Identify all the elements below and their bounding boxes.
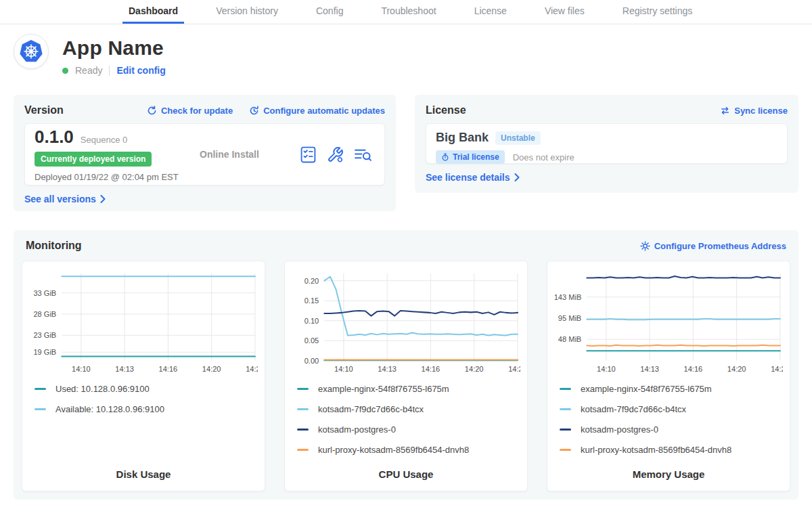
svg-text:14:10: 14:10 [597, 365, 616, 373]
legend-label: kotsadm-7f9dc7d66c-b4tcx [318, 404, 424, 414]
deploy-logs-icon[interactable] [354, 147, 372, 162]
stopwatch-icon [441, 153, 449, 161]
legend-item: kotsadm-7f9dc7d66c-b4tcx [560, 404, 783, 414]
svg-text:14:13: 14:13 [378, 365, 397, 373]
tab-version-history[interactable]: Version history [210, 0, 284, 24]
memory-usage-legend: example-nginx-54f8f76755-l675mkotsadm-7f… [554, 384, 783, 465]
legend-label: Used: 10.128.0.96:9100 [55, 384, 150, 394]
memory-usage-card: 48 MiB95 MiB143 MiB14:1014:1314:1614:201… [547, 261, 790, 491]
chart-title: Disk Usage [29, 468, 258, 481]
status-text: Ready [75, 65, 102, 76]
legend-swatch [297, 388, 309, 390]
svg-text:14:20: 14:20 [727, 365, 746, 373]
svg-text:143 MiB: 143 MiB [554, 293, 581, 301]
edit-config-wrench-icon[interactable] [327, 146, 344, 163]
tab-dashboard[interactable]: Dashboard [122, 0, 184, 24]
svg-text:14:13: 14:13 [640, 365, 659, 373]
svg-text:14:23: 14:23 [508, 365, 520, 373]
nav-tabs: DashboardVersion historyConfigTroublesho… [0, 0, 698, 24]
svg-text:0.05: 0.05 [304, 336, 319, 345]
tab-license[interactable]: License [468, 0, 513, 24]
svg-text:14:16: 14:16 [422, 365, 441, 373]
svg-text:48 MiB: 48 MiB [558, 335, 581, 343]
chevron-right-icon [100, 195, 106, 203]
legend-item: kotsadm-postgres-0 [560, 424, 783, 435]
svg-text:14:20: 14:20 [465, 365, 484, 373]
preflight-checks-icon[interactable] [300, 146, 317, 163]
legend-swatch [560, 408, 571, 410]
see-all-versions-link[interactable]: See all versions [24, 194, 106, 204]
app-logo [14, 34, 49, 69]
legend-label: kotsadm-7f9dc7d66c-b4tcx [581, 404, 686, 414]
deployed-timestamp: Deployed 01/19/22 @ 02:04 pm EST [35, 172, 187, 182]
license-panel-title: License [426, 104, 466, 116]
svg-text:14:10: 14:10 [72, 365, 91, 373]
legend-item: Available: 10.128.0.96:9100 [35, 404, 258, 414]
legend-swatch [560, 449, 571, 451]
monitoring-panel: Monitoring Configure Prometheus Address … [14, 230, 798, 500]
gear-icon [640, 241, 650, 251]
license-name: Big Bank [436, 131, 489, 145]
svg-text:14:16: 14:16 [159, 365, 178, 373]
channel-badge: Unstable [495, 131, 541, 145]
svg-text:33 GiB: 33 GiB [33, 289, 56, 297]
check-for-update-button[interactable]: Check for update [147, 106, 233, 116]
legend-item: example-nginx-54f8f76755-l675m [560, 384, 783, 394]
divider [109, 66, 110, 76]
legend-label: kurl-proxy-kotsadm-8569fb6454-dnvh8 [318, 445, 469, 455]
tab-view-files[interactable]: View files [539, 0, 591, 24]
version-number: 0.1.0 [35, 127, 74, 148]
version-panel: Version Check for update Configure au [14, 95, 396, 211]
cpu-usage-chart: 0.000.050.100.150.2014:1014:1314:1614:20… [292, 269, 520, 376]
svg-text:0.10: 0.10 [304, 317, 319, 325]
svg-text:14:20: 14:20 [202, 365, 221, 373]
sync-license-button[interactable]: Sync license [720, 106, 788, 116]
refresh-icon [147, 106, 157, 116]
status-dot [62, 68, 68, 74]
license-card: Big Bank Unstable Trial license Does not… [426, 123, 788, 164]
svg-text:28 GiB: 28 GiB [33, 310, 56, 318]
legend-swatch [560, 388, 571, 390]
legend-item: kotsadm-7f9dc7d66c-b4tcx [297, 404, 520, 414]
license-expiry: Does not expire [513, 152, 574, 162]
trial-license-badge: Trial license [436, 150, 505, 164]
legend-label: example-nginx-54f8f76755-l675m [318, 384, 449, 394]
svg-text:14:16: 14:16 [684, 365, 703, 373]
deployed-badge: Currently deployed version [35, 152, 152, 167]
svg-text:23 GiB: 23 GiB [33, 331, 56, 339]
legend-swatch [35, 408, 46, 410]
svg-text:0.20: 0.20 [304, 277, 319, 285]
tab-config[interactable]: Config [310, 0, 349, 24]
see-license-details-link[interactable]: See license details [426, 172, 520, 183]
license-panel: License Sync license Big Bank Unstable [415, 95, 798, 193]
svg-text:0.15: 0.15 [304, 297, 319, 305]
configure-automatic-updates-button[interactable]: Configure automatic updates [249, 106, 385, 116]
deployed-version-card: 0.1.0 Sequence 0 Currently deployed vers… [24, 123, 385, 185]
svg-text:14:10: 14:10 [334, 365, 353, 373]
legend-swatch [297, 429, 309, 431]
edit-config-link[interactable]: Edit config [116, 65, 165, 76]
legend-item: Used: 10.128.0.96:9100 [35, 384, 258, 394]
legend-label: Available: 10.128.0.96:9100 [55, 404, 164, 414]
svg-text:95 MiB: 95 MiB [558, 314, 581, 322]
tab-registry-settings[interactable]: Registry settings [616, 0, 698, 24]
legend-item: kurl-proxy-kotsadm-8569fb6454-dnvh8 [297, 445, 520, 455]
chart-title: CPU Usage [292, 468, 520, 481]
legend-swatch [560, 429, 571, 431]
legend-label: kurl-proxy-kotsadm-8569fb6454-dnvh8 [581, 445, 731, 455]
version-panel-title: Version [24, 104, 64, 116]
clock-refresh-icon [249, 106, 259, 116]
configure-prometheus-button[interactable]: Configure Prometheus Address [640, 241, 786, 251]
legend-label: kotsadm-postgres-0 [318, 424, 396, 435]
app-header: App Name Ready Edit config [14, 34, 812, 76]
memory-usage-chart: 48 MiB95 MiB143 MiB14:1014:1314:1614:201… [554, 269, 783, 376]
tab-troubleshoot[interactable]: Troubleshoot [375, 0, 442, 24]
chevron-right-icon [514, 173, 520, 181]
top-nav: DashboardVersion historyConfigTroublesho… [0, 0, 812, 24]
legend-item: kurl-proxy-kotsadm-8569fb6454-dnvh8 [560, 445, 783, 455]
legend-label: kotsadm-postgres-0 [581, 424, 658, 435]
legend-label: example-nginx-54f8f76755-l675m [581, 384, 712, 394]
chart-title: Memory Usage [554, 468, 783, 481]
disk-usage-card: 19 GiB23 GiB28 GiB33 GiB14:1014:1314:161… [22, 261, 265, 491]
disk-usage-legend: Used: 10.128.0.96:9100Available: 10.128.… [29, 384, 258, 424]
